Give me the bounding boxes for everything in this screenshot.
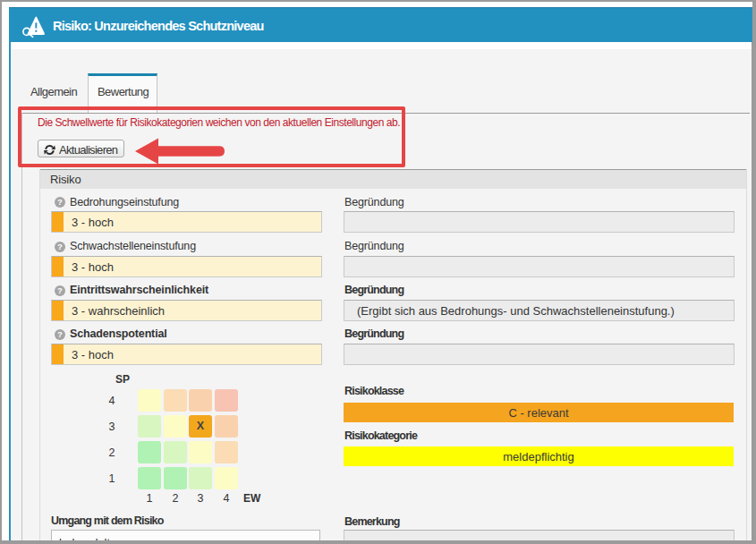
svg-text:?: ? — [57, 242, 63, 251]
svg-text:?: ? — [57, 197, 63, 207]
svg-text:?: ? — [57, 285, 63, 295]
svg-text:?: ? — [57, 329, 63, 339]
